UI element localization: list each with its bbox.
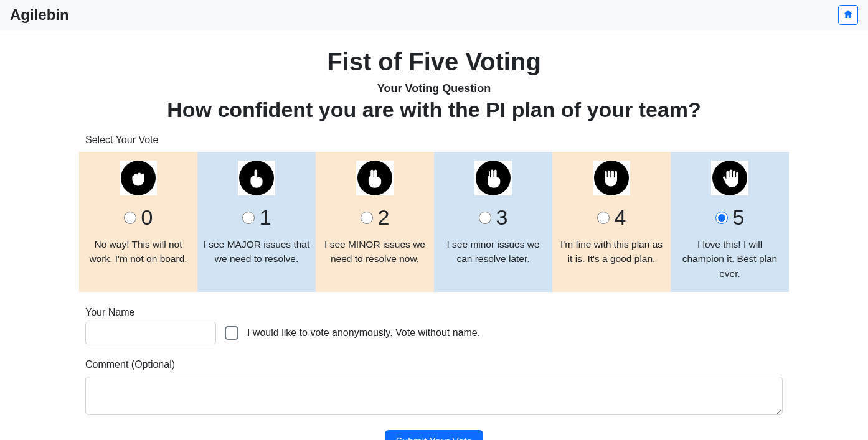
vote-option-5[interactable]: 5I love this! I will champion it. Best p… — [671, 152, 789, 292]
vote-option-0[interactable]: 0No way! This will not work. I'm not on … — [79, 152, 197, 292]
vote-radio-3[interactable] — [479, 212, 491, 224]
submit-vote-button[interactable]: Submit Your Vote — [385, 430, 484, 440]
vote-description: No way! This will not work. I'm not on b… — [84, 237, 192, 266]
vote-radio-2[interactable] — [361, 212, 373, 224]
vote-description: I see MINOR issues we need to resolve no… — [321, 237, 429, 266]
home-icon — [842, 9, 854, 22]
vote-number: 3 — [496, 205, 508, 230]
header: Agilebin — [0, 0, 868, 30]
vote-description: I love this! I will champion it. Best pl… — [676, 237, 784, 281]
page-title: Fist of Five Voting — [85, 48, 783, 76]
voting-question: How confident you are with the PI plan o… — [85, 98, 783, 122]
hand-fist-icon — [120, 161, 157, 195]
vote-description: I see minor issues we can resolve later. — [439, 237, 547, 266]
name-label: Your Name — [85, 307, 783, 318]
vote-radio-1[interactable] — [242, 212, 255, 224]
comment-textarea[interactable] — [85, 377, 783, 415]
vote-radio-0[interactable] — [124, 212, 136, 224]
brand-logo: Agilebin — [10, 6, 69, 24]
anonymous-checkbox[interactable] — [225, 326, 238, 340]
hand-one-icon — [238, 161, 275, 195]
vote-number: 2 — [378, 205, 390, 230]
name-section: Your Name I would like to vote anonymous… — [85, 307, 783, 344]
vote-option-1[interactable]: 1I see MAJOR issues that we need to reso… — [197, 152, 316, 292]
main-container: Fist of Five Voting Your Voting Question… — [42, 48, 826, 440]
vote-description: I'm fine with this plan as it is. It's a… — [557, 237, 666, 266]
vote-radio-5[interactable] — [715, 212, 728, 224]
vote-grid: 0No way! This will not work. I'm not on … — [79, 152, 789, 292]
vote-number: 1 — [260, 205, 271, 230]
vote-option-3[interactable]: 3I see minor issues we can resolve later… — [434, 152, 552, 292]
name-input[interactable] — [85, 322, 216, 344]
vote-number: 0 — [141, 205, 153, 230]
subtitle: Your Voting Question — [85, 82, 783, 95]
select-vote-label: Select Your Vote — [85, 134, 783, 146]
anonymous-label: I would like to vote anonymously. Vote w… — [247, 327, 480, 339]
vote-option-2[interactable]: 2I see MINOR issues we need to resolve n… — [316, 152, 434, 292]
home-button[interactable] — [838, 5, 858, 25]
hand-two-icon — [356, 161, 394, 195]
comment-label: Comment (Optional) — [85, 359, 783, 370]
hand-four-icon — [593, 161, 630, 195]
vote-option-4[interactable]: 4I'm fine with this plan as it is. It's … — [552, 152, 671, 292]
vote-number: 4 — [615, 205, 626, 230]
hand-five-icon — [711, 161, 748, 195]
comment-section: Comment (Optional) — [85, 359, 783, 418]
vote-number: 5 — [733, 205, 745, 230]
hand-three-icon — [474, 161, 512, 195]
vote-radio-4[interactable] — [597, 212, 610, 224]
vote-description: I see MAJOR issues that we need to resol… — [202, 237, 311, 266]
